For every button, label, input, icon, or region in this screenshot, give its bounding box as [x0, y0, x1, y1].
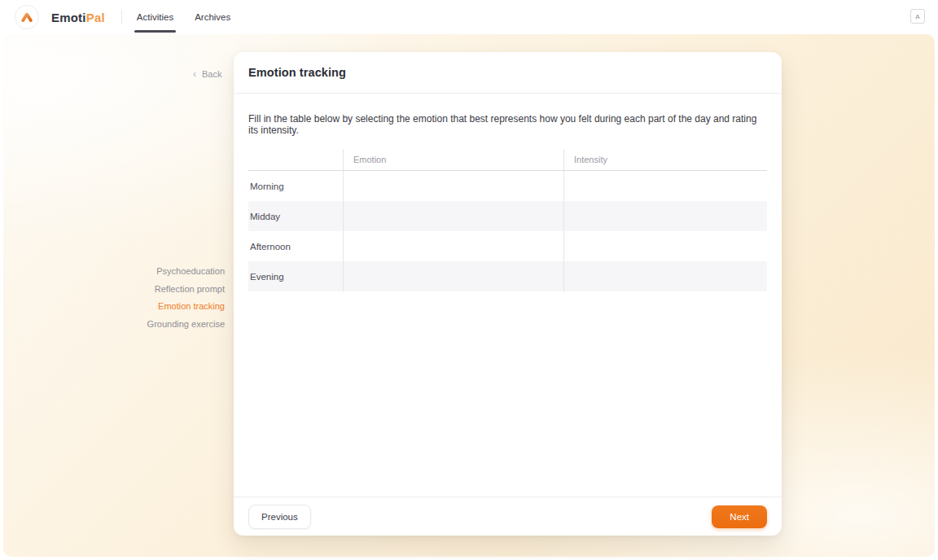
- emotion-table: Emotion Intensity Morning Midday Afterno…: [248, 149, 767, 291]
- back-button[interactable]: ‹ Back: [193, 68, 221, 80]
- intensity-cell-midday[interactable]: [563, 201, 767, 231]
- table-row-midday: Midday: [248, 201, 767, 231]
- back-label: Back: [202, 69, 221, 79]
- table-row-morning: Morning: [248, 171, 767, 201]
- row-label: Evening: [248, 261, 343, 291]
- column-header-blank: [248, 149, 343, 170]
- step-psychoeducation[interactable]: Psychoeducation: [3, 263, 225, 281]
- page-title: Emotion tracking: [248, 66, 346, 79]
- intensity-cell-evening[interactable]: [563, 261, 767, 291]
- table-header-row: Emotion Intensity: [248, 149, 767, 171]
- previous-button[interactable]: Previous: [248, 505, 311, 529]
- brand-name: EmotiPal: [51, 11, 105, 24]
- brand-name-accent: Pal: [86, 11, 105, 24]
- nav-tab-activities[interactable]: Activities: [137, 0, 173, 34]
- step-reflection-prompt[interactable]: Reflection prompt: [3, 281, 225, 299]
- card-body: Fill in the table below by selecting the…: [234, 94, 782, 291]
- workspace-background: ‹ Back Psychoeducation Reflection prompt…: [3, 34, 935, 557]
- table-row-evening: Evening: [248, 261, 767, 291]
- app-logo[interactable]: [15, 5, 39, 29]
- chevron-left-icon: ‹: [193, 68, 196, 80]
- emotion-cell-afternoon[interactable]: [343, 231, 563, 261]
- emotion-tracking-card: Emotion tracking Fill in the table below…: [234, 52, 782, 536]
- avatar-button[interactable]: A: [910, 9, 925, 24]
- row-label: Morning: [248, 171, 343, 201]
- nav-divider: [121, 10, 122, 24]
- card-footer: Previous Next: [234, 497, 782, 536]
- column-header-intensity: Intensity: [563, 149, 767, 170]
- row-label: Afternoon: [248, 231, 343, 261]
- nav-tab-archives[interactable]: Archives: [195, 0, 230, 34]
- column-header-emotion: Emotion: [343, 149, 563, 170]
- intensity-cell-afternoon[interactable]: [563, 231, 767, 261]
- step-emotion-tracking[interactable]: Emotion tracking: [3, 298, 225, 316]
- instruction-text: Fill in the table below by selecting the…: [248, 113, 767, 136]
- table-row-afternoon: Afternoon: [248, 231, 767, 261]
- emotion-cell-morning[interactable]: [343, 171, 563, 201]
- card-header: Emotion tracking: [234, 52, 782, 94]
- emotion-cell-evening[interactable]: [343, 261, 563, 291]
- intensity-cell-morning[interactable]: [563, 171, 767, 201]
- next-button[interactable]: Next: [712, 505, 767, 528]
- topbar: EmotiPal Activities Archives A: [0, 0, 938, 34]
- row-label: Midday: [248, 201, 343, 231]
- step-grounding-exercise[interactable]: Grounding exercise: [3, 316, 225, 334]
- activity-step-nav: Psychoeducation Reflection prompt Emotio…: [3, 263, 225, 333]
- emotion-cell-midday[interactable]: [343, 201, 563, 231]
- flame-chevron-icon: [20, 10, 34, 24]
